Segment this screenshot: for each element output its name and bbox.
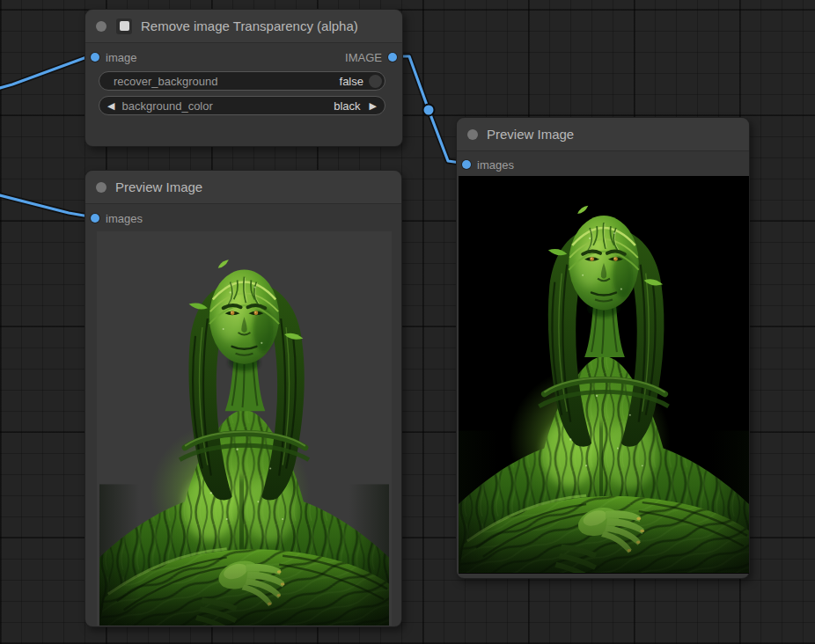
collapse-dot[interactable]	[467, 129, 478, 140]
node-titlebar[interactable]: Preview Image	[457, 118, 749, 151]
output-port-image[interactable]: IMAGE	[345, 51, 397, 64]
collapse-dot[interactable]	[96, 21, 106, 32]
node-titlebar[interactable]: Preview Image	[85, 171, 401, 204]
input-label: images	[477, 158, 514, 172]
node-title: Preview Image	[115, 179, 202, 194]
node-icon-square	[116, 18, 132, 34]
node-remove-transparency[interactable]: Remove image Transparency (alpha) image …	[84, 9, 403, 147]
widget-name: background_color	[121, 99, 212, 113]
output-label: IMAGE	[345, 51, 382, 64]
widget-name: recover_background	[114, 75, 218, 88]
input-port-images[interactable]: images	[91, 212, 143, 225]
node-titlebar[interactable]: Remove image Transparency (alpha)	[85, 10, 402, 43]
input-dot-image[interactable]	[91, 53, 99, 62]
node-title: Remove image Transparency (alpha)	[141, 18, 358, 33]
green-vine-woman-image	[459, 176, 749, 574]
combo-right-arrow-icon[interactable]: ▶	[370, 101, 377, 111]
input-dot-images[interactable]	[91, 214, 99, 223]
input-port-images[interactable]: images	[462, 158, 514, 172]
node-preview-image-left[interactable]: Preview Image images	[84, 170, 402, 627]
node-preview-image-right[interactable]: Preview Image images	[456, 117, 750, 579]
link-midpoint-dot[interactable]	[423, 105, 435, 116]
widget-background-color[interactable]: ◀ background_color black ▶	[99, 96, 385, 115]
output-dot-image[interactable]	[388, 53, 397, 62]
node-editor-canvas[interactable]: Remove image Transparency (alpha) image …	[0, 0, 815, 644]
toggle-knob[interactable]	[369, 75, 382, 88]
green-vine-woman-image	[97, 231, 392, 626]
widget-recover-background[interactable]: recover_background false	[99, 71, 385, 91]
preview-image-output[interactable]	[459, 176, 749, 574]
collapse-dot[interactable]	[96, 182, 106, 193]
widget-value: false	[340, 75, 363, 88]
input-label: images	[106, 212, 143, 225]
widget-value: black	[334, 99, 360, 113]
combo-left-arrow-icon[interactable]: ◀	[107, 101, 114, 111]
node-title: Preview Image	[487, 127, 574, 142]
preview-image-output[interactable]	[97, 231, 392, 626]
input-dot-images[interactable]	[462, 160, 471, 169]
input-port-image[interactable]: image	[91, 51, 136, 64]
input-label: image	[106, 51, 136, 64]
